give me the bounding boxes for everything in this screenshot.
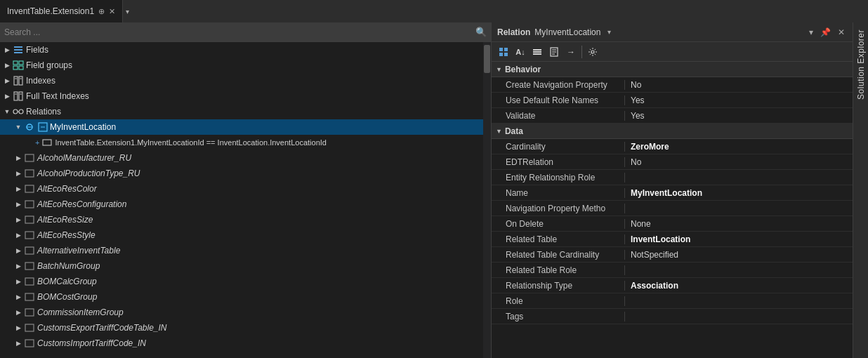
- tree-item-commissionitemgroup[interactable]: ▶ CommissionItemGroup: [0, 305, 491, 320]
- properties-object-name: MyInventLocation: [534, 27, 600, 37]
- tree-item-fields[interactable]: ▶ Fields: [0, 42, 491, 58]
- customsimport-label: CustomsImportTariffCode_IN: [37, 338, 146, 348]
- altecoresstyle-icon: [24, 230, 35, 241]
- prop-row-nav-prop-method: Navigation Property Metho: [492, 201, 853, 216]
- svg-rect-38: [499, 53, 503, 56]
- tree-item-bomcalcgroup[interactable]: ▶ BOMCalcGroup: [0, 274, 491, 289]
- solution-explorer-panel[interactable]: Solution Explorer: [853, 22, 868, 358]
- tree-item-altecoresstyle[interactable]: ▶ AltEcoResStyle: [0, 227, 491, 243]
- prop-value-use-default-role[interactable]: Yes: [625, 95, 853, 105]
- alcoholproduction-label: AlcoholProductionType_RU: [37, 168, 140, 178]
- tree-item-customsexport[interactable]: ▶ CustomsExportTariffCodeTable_IN: [0, 320, 491, 336]
- svg-rect-2: [14, 52, 22, 53]
- search-input[interactable]: [4, 27, 475, 37]
- toolbar-pages-btn[interactable]: [546, 44, 562, 60]
- prop-key-on-delete: On Delete: [492, 219, 625, 229]
- prop-key-related-table: Related Table: [492, 234, 625, 244]
- svg-rect-40: [533, 49, 541, 51]
- prop-value-relationship-type[interactable]: Association: [625, 281, 853, 291]
- tree-item-altecoresconf[interactable]: ▶ AltEcoResConfiguration: [0, 197, 491, 212]
- toolbar-alphabetical-btn[interactable]: A↓: [513, 44, 528, 60]
- fields-icon: [13, 44, 24, 55]
- altecorescolor-icon: [24, 183, 35, 194]
- prop-value-related-table-cardinality[interactable]: NotSpecified: [625, 250, 853, 260]
- bomcostgroup-icon: [24, 291, 35, 303]
- section-data-header[interactable]: ▼ Data: [492, 124, 853, 139]
- expand-icon-customsexport: ▶: [13, 322, 24, 333]
- node-plus-icon: +: [35, 138, 39, 147]
- expand-icon-fieldgroups: ▶: [1, 60, 13, 71]
- prop-key-role: Role: [492, 296, 625, 306]
- properties-label: Relation: [497, 27, 530, 37]
- toolbar-arrow-btn[interactable]: →: [563, 44, 579, 60]
- properties-object-dropdown-icon[interactable]: ▾: [607, 28, 611, 36]
- svg-rect-0: [14, 46, 22, 48]
- alcoholprod-icon: [24, 168, 35, 179]
- svg-rect-5: [13, 66, 18, 69]
- prop-row-create-nav: Create Navigation Property No: [492, 77, 853, 93]
- props-pin-icon[interactable]: 📌: [818, 27, 833, 37]
- toolbar-categorized-btn[interactable]: [496, 44, 511, 60]
- prop-key-create-nav: Create Navigation Property: [492, 80, 625, 90]
- expand-icon-bomcostgroup: ▶: [13, 291, 24, 303]
- nodeid-icon: [41, 137, 53, 148]
- tab-pin-icon[interactable]: ⊕: [98, 7, 105, 16]
- left-panel: 🔍 ▶ Fields ▶ Field groups: [0, 22, 492, 358]
- svg-point-15: [13, 110, 18, 114]
- search-icon[interactable]: 🔍: [475, 27, 487, 37]
- svg-rect-26: [25, 201, 34, 208]
- prop-key-edtrelation: EDTRelation: [492, 157, 625, 167]
- svg-rect-37: [504, 48, 508, 51]
- prop-row-related-table-role: Related Table Role: [492, 263, 853, 278]
- svg-rect-28: [25, 232, 34, 239]
- toolbar-settings-btn[interactable]: [585, 44, 600, 60]
- tree-item-alcoholproduction[interactable]: ▶ AlcoholProductionType_RU: [0, 166, 491, 181]
- fieldgroups-icon: [13, 60, 24, 71]
- title-bar: InventTable.Extension1 ⊕ ✕ ▾: [0, 0, 868, 22]
- tab-inventtable[interactable]: InventTable.Extension1 ⊕ ✕: [0, 0, 123, 22]
- section-behavior-header[interactable]: ▼ Behavior: [492, 62, 853, 77]
- tree-scrollbar-thumb[interactable]: [484, 45, 490, 73]
- svg-rect-34: [25, 324, 34, 331]
- toolbar-properties-btn[interactable]: [530, 44, 545, 60]
- batchnumgroup-icon: [24, 260, 35, 272]
- prop-value-related-table[interactable]: InventLocation: [625, 234, 853, 244]
- props-close-icon[interactable]: ✕: [836, 27, 847, 37]
- batchnumgroup-label: BatchNumGroup: [37, 261, 100, 271]
- fulltextindexes-icon: [13, 91, 24, 102]
- tree-item-altecorescolor[interactable]: ▶ AltEcoResColor: [0, 181, 491, 197]
- svg-rect-27: [25, 216, 34, 223]
- props-dropdown-icon[interactable]: ▾: [807, 27, 815, 37]
- tree-item-fieldgroups[interactable]: ▶ Field groups: [0, 58, 491, 73]
- prop-value-create-nav[interactable]: No: [625, 80, 853, 90]
- tree-item-batchnumgroup[interactable]: ▶ BatchNumGroup: [0, 258, 491, 274]
- prop-row-relationship-type: Relationship Type Association: [492, 278, 853, 293]
- tree-item-alternativeinvtable[interactable]: ▶ AlternativeInventTable: [0, 243, 491, 258]
- tree-item-alcoholmanufacturer[interactable]: ▶ AlcoholManufacturer_RU: [0, 150, 491, 166]
- tree-scrollbar[interactable]: [483, 42, 491, 358]
- prop-value-on-delete[interactable]: None: [625, 219, 853, 229]
- properties-title-row: Relation MyInventLocation ▾: [497, 27, 611, 37]
- prop-value-edtrelation[interactable]: No: [625, 157, 853, 167]
- tree-item-myinventlocationid[interactable]: + InventTable.Extension1.MyInventLocatio…: [0, 135, 491, 150]
- tree-item-relations[interactable]: ▼ Relations: [0, 104, 491, 119]
- fields-label: Fields: [26, 45, 48, 55]
- tree-item-myinventlocation[interactable]: ▼ MyInventLocation: [0, 119, 491, 135]
- tree-item-bomcostgroup[interactable]: ▶ BOMCostGroup: [0, 289, 491, 305]
- prop-value-name[interactable]: MyInventLocation: [625, 188, 853, 198]
- prop-value-validate[interactable]: Yes: [625, 111, 853, 121]
- tab-dropdown-icon[interactable]: ▾: [126, 8, 129, 15]
- expand-icon-indexes: ▶: [1, 75, 13, 86]
- section-data-label: Data: [505, 126, 523, 136]
- properties-header: Relation MyInventLocation ▾ ▾ 📌 ✕: [492, 22, 853, 42]
- expand-icon-alcoholprod: ▶: [13, 168, 24, 179]
- prop-value-cardinality[interactable]: ZeroMore: [625, 142, 853, 152]
- tree-item-indexes[interactable]: ▶ Indexes: [0, 73, 491, 88]
- toolbar-separator: [581, 46, 582, 58]
- tree-item-altecoressize[interactable]: ▶ AltEcoResSize: [0, 212, 491, 227]
- tab-close-icon[interactable]: ✕: [109, 7, 115, 16]
- expand-icon-batchnumgroup: ▶: [13, 260, 24, 272]
- tree-item-fulltextindexes[interactable]: ▶ Full Text Indexes: [0, 88, 491, 104]
- bomcalcgroup-label: BOMCalcGroup: [37, 277, 97, 286]
- tree-item-customsimport[interactable]: ▶ CustomsImportTariffCode_IN: [0, 336, 491, 351]
